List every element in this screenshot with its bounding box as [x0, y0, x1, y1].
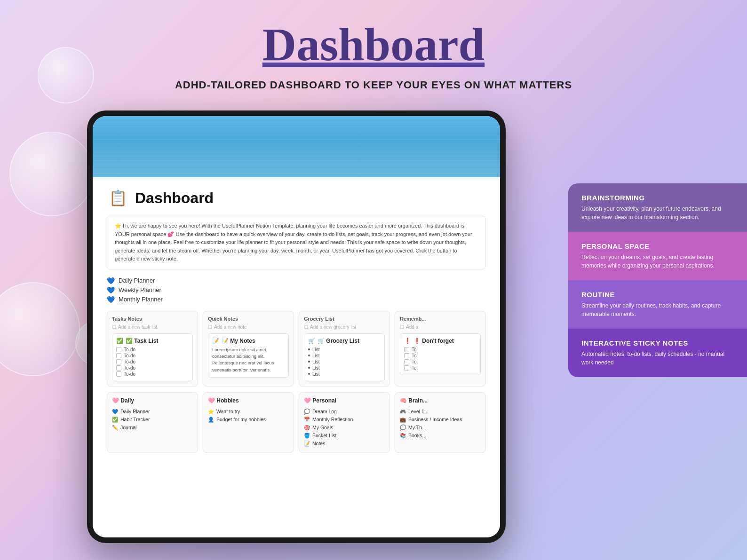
quick-notes-section: Quick Notes ☐ Add a new note 📝 📝 My Note… — [203, 311, 294, 386]
add-grocery-button[interactable]: ☐ Add a new grocery list — [304, 324, 385, 330]
personal-section: 🩷 Personal 💭 Dream Log 📅 Monthly Reflect… — [299, 392, 390, 453]
welcome-text: ⭐ Hi, we are happy to see you here! With… — [115, 223, 472, 261]
remember-item-2[interactable]: To — [404, 353, 477, 359]
quick-notes-title: Quick Notes — [208, 316, 289, 322]
task-item-5[interactable]: To-do — [116, 371, 189, 377]
bottom-sections-grid: 🩷 Daily 💙 Daily Planner ✅ Habit Tracker … — [107, 392, 486, 453]
notion-page-title: Dashboard — [135, 189, 214, 207]
monthly-reflection-icon: 📅 — [304, 417, 310, 423]
nav-link-weekly[interactable]: 💙 Weekly Planner — [107, 286, 486, 294]
bubble-decoration-3 — [0, 282, 80, 376]
monthly-reflection-label: Monthly Reflection — [312, 417, 353, 422]
business-label: Business / Income Ideas — [408, 417, 462, 422]
main-title: Dashboard — [0, 19, 747, 71]
add-remember-button[interactable]: ☐ Add a — [400, 324, 481, 330]
personal-item-3[interactable]: 🎯 My Goals — [304, 424, 385, 432]
notes-icon: 📝 — [304, 441, 310, 447]
feature-personal-space: PERSONAL SPACE Reflect on your dreams, s… — [568, 232, 747, 280]
task-item-2[interactable]: To-do — [116, 353, 189, 359]
personal-item-4[interactable]: 🪣 Bucket List — [304, 432, 385, 440]
brainstorm-item-1[interactable]: 🎮 Level 1... — [400, 408, 481, 416]
add-icon: ☐ — [112, 324, 116, 330]
business-icon: 💼 — [400, 417, 406, 423]
daily-item-2[interactable]: ✅ Habit Tracker — [112, 416, 193, 424]
books-label: Books... — [408, 433, 426, 438]
brainstorm-section: 🧠 Brain... 🎮 Level 1... 💼 Business / Inc… — [395, 392, 486, 453]
notes-body: Lorem ipsum dolor sit amet, consectetur … — [212, 347, 285, 373]
my-notes-label: 📝 My Notes — [222, 338, 255, 344]
add-remember-icon: ☐ — [400, 324, 404, 330]
feature-4-title: INTERACTIVE STICKY NOTES — [581, 339, 734, 347]
dont-forget-card: ❗ ❗ Don't forget To To To To — [400, 333, 481, 375]
tasks-notes-title: Tasks Notes — [112, 316, 193, 322]
daily-item-1[interactable]: 💙 Daily Planner — [112, 408, 193, 416]
grocery-title: Grocery List — [304, 316, 385, 322]
remember-section: Rememb... ☐ Add a ❗ ❗ Don't forget To To — [395, 311, 486, 386]
feature-brainstorming: BRAINSTORMING Unleash your creativity, p… — [568, 183, 747, 232]
welcome-box: ⭐ Hi, we are happy to see you here! With… — [107, 216, 486, 269]
page-header: Dashboard ADHD-TAILORED DASHBOARD TO KEE… — [0, 0, 747, 96]
personal-item-5[interactable]: 📝 Notes — [304, 440, 385, 448]
daily-item-3[interactable]: ✏️ Journal — [112, 424, 193, 432]
subtitle: ADHD-TAILORED DASHBOARD TO KEEP YOUR EYE… — [0, 79, 747, 91]
remember-item-1[interactable]: To — [404, 347, 477, 353]
bucket-list-icon: 🪣 — [304, 433, 310, 439]
my-goals-label: My Goals — [312, 425, 333, 430]
feature-1-desc: Unleash your creativity, plan your futur… — [581, 205, 734, 221]
feature-3-title: ROUTINE — [581, 291, 734, 299]
personal-item-1[interactable]: 💭 Dream Log — [304, 408, 385, 416]
hobbies-item-1[interactable]: ⭐ Want to try — [208, 408, 289, 416]
task-list-label: ✅ Task List — [126, 338, 158, 344]
grocery-item-4: List — [308, 365, 381, 371]
grocery-item-5: List — [308, 371, 381, 377]
hobbies-section-title: 🩷 Hobbies — [208, 397, 289, 404]
level-label: Level 1... — [408, 409, 429, 414]
my-thoughts-icon: 💭 — [400, 425, 406, 431]
my-notes-title: 📝 📝 My Notes — [212, 338, 285, 344]
habit-tracker-icon: ✅ — [112, 417, 118, 423]
budget-label: Budget for my hobbies — [216, 417, 266, 422]
feature-1-title: BRAINSTORMING — [581, 194, 734, 202]
personal-item-2[interactable]: 📅 Monthly Reflection — [304, 416, 385, 424]
journal-label: Journal — [120, 425, 136, 430]
bubble-decoration-2 — [38, 47, 94, 103]
my-notes-card: 📝 📝 My Notes Lorem ipsum dolor sit amet,… — [208, 333, 289, 378]
dream-log-icon: 💭 — [304, 409, 310, 415]
add-note-icon: ☐ — [208, 324, 212, 330]
tasks-notes-section: Tasks Notes ☐ Add a new task list ✅ ✅ Ta… — [107, 311, 198, 386]
budget-icon: 👤 — [208, 417, 214, 423]
add-grocery-label: Add a new grocery list — [310, 324, 356, 330]
weekly-planner-icon: 💙 — [107, 286, 115, 294]
notes-label: Notes — [312, 441, 325, 446]
feature-2-desc: Reflect on your dreams, set goals, and c… — [581, 253, 734, 270]
monthly-planner-icon: 💙 — [107, 296, 115, 303]
add-task-button[interactable]: ☐ Add a new task list — [112, 324, 193, 330]
grocery-section: Grocery List ☐ Add a new grocery list 🛒 … — [299, 311, 390, 386]
nav-link-daily[interactable]: 💙 Daily Planner — [107, 277, 486, 284]
task-item-3[interactable]: To-do — [116, 359, 189, 365]
my-thoughts-label: My Th... — [408, 425, 426, 430]
screen-banner — [93, 116, 500, 177]
feature-routine: ROUTINE Streamline your daily routines, … — [568, 280, 747, 329]
task-check-icon: ✅ — [116, 338, 123, 344]
brainstorm-item-2[interactable]: 💼 Business / Income Ideas — [400, 416, 481, 424]
hobbies-section: 🩷 Hobbies ⭐ Want to try 👤 Budget for my … — [203, 392, 294, 453]
notion-content: 📋 Dashboard ⭐ Hi, we are happy to see yo… — [93, 177, 500, 537]
task-list-card: ✅ ✅ Task List To-do To-do To-do To-do To… — [112, 333, 193, 381]
remember-item-3[interactable]: To — [404, 359, 477, 365]
add-remember-label: Add a — [406, 324, 418, 330]
brainstorm-item-4[interactable]: 📚 Books... — [400, 432, 481, 440]
nav-link-monthly[interactable]: 💙 Monthly Planner — [107, 296, 486, 303]
remember-item-4[interactable]: To — [404, 365, 477, 371]
grocery-card: 🛒 🛒 Grocery List List List List List Lis… — [304, 333, 385, 381]
add-note-button[interactable]: ☐ Add a new note — [208, 324, 289, 330]
grocery-item-3: List — [308, 359, 381, 365]
top-sections-grid: Tasks Notes ☐ Add a new task list ✅ ✅ Ta… — [107, 311, 486, 386]
task-item-4[interactable]: To-do — [116, 365, 189, 371]
personal-section-title: 🩷 Personal — [304, 397, 385, 404]
task-item-1[interactable]: To-do — [116, 347, 189, 353]
brainstorm-item-3[interactable]: 💭 My Th... — [400, 424, 481, 432]
feature-2-title: PERSONAL SPACE — [581, 242, 734, 250]
hobbies-item-2[interactable]: 👤 Budget for my hobbies — [208, 416, 289, 424]
grocery-item-2: List — [308, 353, 381, 359]
